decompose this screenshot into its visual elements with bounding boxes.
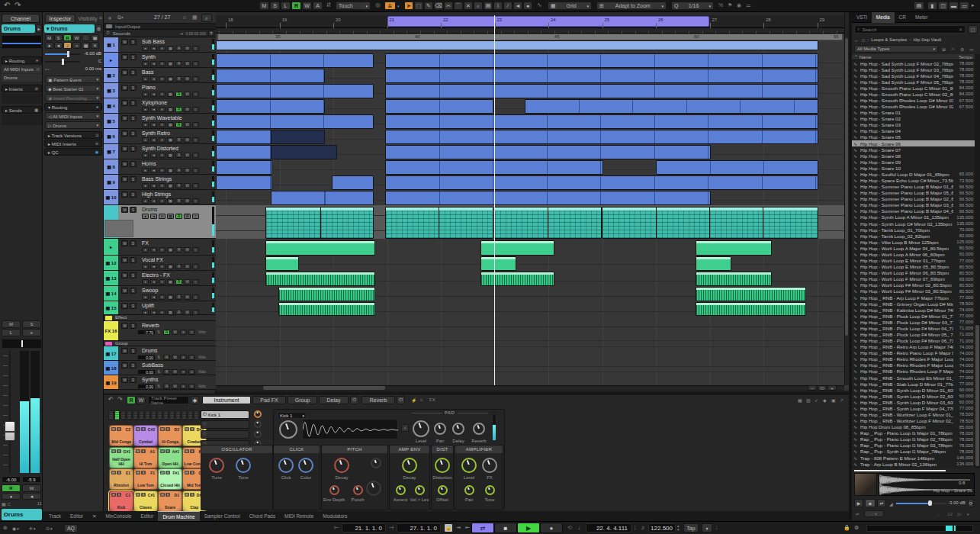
track-volume-value[interactable]: 0.00: [137, 384, 156, 389]
tab-media[interactable]: Media: [872, 12, 895, 23]
midi-output-select[interactable]: ▷ Drums▾: [45, 121, 101, 129]
mute-button[interactable]: M: [121, 161, 128, 167]
event-clip[interactable]: [696, 287, 806, 301]
media-list-item[interactable]: ∿Hip Hop - Summer Piano Loop B Major 05_…: [852, 190, 975, 196]
instrument-icon[interactable]: ▦: [167, 46, 174, 51]
setup-window-layout-button[interactable]: ▤: [914, 2, 924, 10]
media-list-item[interactable]: ∿Hip Hop - Sad Synth Loop F Minor 02_78b…: [852, 60, 975, 66]
media-list-item[interactable]: ∿Hip Hop - Sad Synth Loop F Minor 04_78b…: [852, 72, 975, 79]
instrument-icon[interactable]: ▦: [167, 107, 174, 112]
edit-channel-icon[interactable]: e: [159, 122, 165, 127]
event-clip[interactable]: [385, 191, 711, 205]
track-volume-value[interactable]: -7.70: [137, 330, 156, 335]
pattern-slot-7[interactable]: [145, 410, 150, 420]
media-list-item[interactable]: ∿Rap _ Pop - Piano Loop G Major 03_78bpm…: [852, 442, 975, 449]
output-settings-gear-icon[interactable]: ⚙: [854, 525, 859, 531]
media-list-item[interactable]: ∿Hip Hop - Tamb Loop_01_70bpm70.000: [852, 227, 975, 233]
zoom-in-button[interactable]: +: [827, 385, 837, 391]
mute-button[interactable]: M: [121, 303, 128, 309]
track-row-electro-fx[interactable]: ▦ 13MSElectro - FX●◄e▦RW▯: [104, 271, 216, 286]
power-toggle-icon[interactable]: ⏻: [397, 396, 405, 404]
tab-sampler-control[interactable]: Sampler Control: [200, 511, 245, 521]
lane-icon[interactable]: ▯: [192, 92, 199, 97]
breadcrumb-hip-hop-vault[interactable]: Hip Hop Vault: [913, 37, 941, 42]
strip-record-enable-button[interactable]: ●: [2, 493, 21, 500]
media-list-item[interactable]: ∿Hip Hop _ RNB - Wurlitzer Loop F Minor …: [852, 411, 975, 417]
solo-button[interactable]: S: [130, 303, 137, 309]
zoom-preset-button[interactable]: ▭: [818, 385, 827, 391]
instrument-icon[interactable]: ▦: [167, 294, 174, 300]
pad-mute-solo[interactable]: MS: [111, 493, 121, 497]
media-list-item[interactable]: ∿Hip Hop _ RNB - Retro Rhodes Loop F Maj…: [852, 368, 975, 375]
punch-mode-select[interactable]: ✛▾: [29, 524, 36, 532]
read-button[interactable]: R: [175, 183, 182, 188]
pattern-slot-4[interactable]: [127, 410, 132, 420]
track-settings-gear-icon[interactable]: ⚙: [95, 24, 102, 33]
lane-icon[interactable]: ▯: [192, 137, 199, 143]
media-list-item[interactable]: ∿Hip Hop _ RNB - Kalimba Loop D# Minor 7…: [852, 307, 975, 313]
tab-midi-remote[interactable]: MIDI Remote: [280, 511, 318, 521]
lane-icon[interactable]: ▯: [192, 247, 199, 253]
drum-pad-low-tom[interactable]: MSF1Low Tom: [133, 468, 158, 490]
write-button[interactable]: W: [184, 168, 191, 173]
read-button[interactable]: R: [175, 168, 182, 173]
pad-mute-solo[interactable]: MS: [160, 493, 170, 497]
write-button[interactable]: W: [184, 122, 191, 127]
media-list-item[interactable]: ∿Hip Hop _ RNB - Stab Loop D Minor 01_77…: [852, 381, 975, 387]
pad-level-knob[interactable]: [413, 420, 429, 437]
event-clip[interactable]: [763, 207, 818, 239]
track-row-synth-retro[interactable]: ▦ 6MSSynth Retro●◄e▦RW▯: [104, 129, 216, 144]
tab-pad-fx[interactable]: Pad FX: [252, 396, 286, 404]
preview-loop-button[interactable]: ⇄: [877, 499, 886, 507]
tab-mixconsole[interactable]: MixConsole: [101, 511, 136, 521]
monitor-button[interactable]: ◄: [150, 279, 157, 285]
pad-mute[interactable]: M: [111, 493, 116, 497]
line-tool[interactable]: ∕: [503, 2, 512, 10]
event-clip[interactable]: [385, 69, 818, 83]
pad-mute[interactable]: M: [185, 471, 189, 474]
auto-scroll-button[interactable]: ⇊: [384, 2, 396, 10]
monitor-button[interactable]: ◄: [150, 137, 157, 143]
write-button[interactable]: W: [184, 107, 191, 112]
section-midi-inserts[interactable]: ▸ MIDI Inserts⊕: [44, 140, 102, 147]
input-routing-item[interactable]: All MIDI Inputs⤫: [2, 66, 42, 73]
write-button[interactable]: W: [184, 279, 191, 285]
media-list-item[interactable]: ∿Hip Hop - Synth Loop C# Minor 02_135bpm…: [852, 220, 975, 227]
media-list-item[interactable]: ∿Hip Hop _ RNB - Pluck Loop F# Minor 06_…: [852, 338, 975, 344]
tab-cr[interactable]: CR: [895, 12, 911, 23]
media-list-item[interactable]: ∿Hip Hop - Wurli Loop A Major 04_80.5bpm…: [852, 245, 975, 251]
media-list-item[interactable]: ∿Trap - Arp Loop B Minor 02_136bpm136.00…: [852, 461, 975, 467]
section-qc[interactable]: ▸ QC◉: [44, 148, 102, 156]
event-clip[interactable]: [278, 302, 375, 316]
event-clip[interactable]: [216, 175, 272, 190]
pad-mute[interactable]: M: [111, 471, 116, 474]
audio-warp-icon[interactable]: ◉: [737, 2, 741, 8]
edit-channel-icon[interactable]: e: [159, 198, 165, 204]
object-select-tool[interactable]: ➤: [404, 2, 413, 10]
event-clip[interactable]: [709, 207, 764, 239]
lane-icon[interactable]: ▯: [192, 122, 199, 127]
global-m-button[interactable]: M: [259, 2, 269, 10]
tab-delay[interactable]: Delay: [319, 396, 349, 404]
monitor-button[interactable]: ◄: [150, 107, 157, 112]
event-clip[interactable]: [216, 40, 818, 50]
freeze-icon[interactable]: ⌁: [72, 42, 81, 49]
monitor-button[interactable]: ◄: [150, 294, 157, 300]
instrument-icon[interactable]: ▦: [167, 279, 174, 285]
pad-mute[interactable]: M: [136, 449, 140, 453]
read-button[interactable]: R: [175, 76, 182, 82]
inspector-R-button[interactable]: R: [63, 34, 72, 41]
level-knob[interactable]: [461, 458, 477, 473]
pad-mute-solo[interactable]: MS: [136, 449, 146, 453]
mute-button[interactable]: M: [121, 130, 128, 137]
preview-progress-bar[interactable]: [854, 470, 946, 471]
drum-pad-mid-conga[interactable]: MSC2Mid Conga: [109, 425, 133, 446]
media-list-item[interactable]: ∿Hip Hop _ RNB - Grimey Organ Loop D# Mi…: [852, 301, 975, 307]
pad-mute[interactable]: M: [185, 493, 189, 497]
event-clip[interactable]: [696, 302, 806, 316]
solo-button[interactable]: S: [130, 85, 137, 91]
event-clip[interactable]: [480, 240, 554, 256]
comp-tool[interactable]: ▤: [484, 2, 493, 10]
folder-icon[interactable]: ▣: [831, 397, 836, 403]
column-tempo[interactable]: Tempo: [953, 55, 972, 60]
